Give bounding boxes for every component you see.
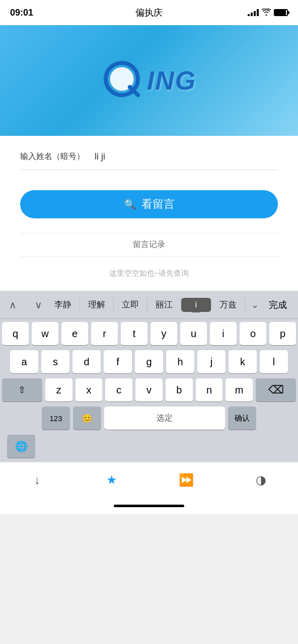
globe-key[interactable]: 🌐	[7, 435, 35, 458]
key-row-3: ⇧ z x c v b n m ⌫	[2, 378, 296, 401]
download-icon: ↓	[34, 473, 40, 487]
suggestion-1[interactable]: 理解	[80, 297, 114, 312]
logo-q-icon	[102, 58, 147, 103]
nav-down-icon[interactable]: ∨	[31, 297, 46, 313]
toolbar-mode-button[interactable]: ◑	[246, 469, 276, 491]
key-row-2: a s d f g h j k l	[2, 350, 296, 373]
key-c[interactable]: c	[105, 378, 132, 401]
name-input[interactable]	[95, 151, 278, 162]
keyboard-done-button[interactable]: 完成	[263, 297, 293, 313]
divider-top	[20, 233, 278, 233]
key-r[interactable]: r	[91, 322, 118, 345]
key-s[interactable]: s	[41, 350, 69, 373]
btn-area: 🔍 看留言	[0, 180, 298, 228]
suggestions-right: ⌄	[247, 297, 263, 312]
key-m[interactable]: m	[226, 378, 253, 401]
toolbar-forward-button[interactable]: ⏩	[171, 469, 201, 491]
logo: ING	[102, 58, 196, 103]
empty-records-text: 这里空空如也~请先查询	[20, 259, 278, 288]
status-bar: 09:01 偏执庆	[0, 0, 298, 25]
suggestion-highlighted[interactable]: i	[181, 298, 211, 312]
key-y[interactable]: y	[151, 322, 177, 345]
nav-up-icon[interactable]: ∧	[5, 297, 21, 313]
status-time: 09:01	[10, 8, 33, 18]
key-row-1: q w e r t y u i o p	[2, 322, 296, 345]
autocomplete-suggestions: 李静 理解 立即 丽江 i 万兹	[46, 297, 247, 312]
logo-text: ING	[147, 65, 196, 96]
autocomplete-bar: ∧ ∨ 李静 理解 立即 丽江 i 万兹 ⌄ 完成	[0, 291, 298, 319]
star-icon: ★	[106, 473, 117, 487]
search-button-label: 看留言	[141, 197, 175, 212]
name-input-row: 输入姓名（暗号）	[20, 151, 278, 170]
battery-icon	[274, 9, 288, 16]
form-area: 输入姓名（暗号）	[0, 136, 298, 180]
key-v[interactable]: v	[135, 378, 163, 401]
key-t[interactable]: t	[121, 322, 147, 345]
key-row-4: 123 😊 选定 确认	[2, 407, 296, 430]
key-b[interactable]: b	[166, 378, 193, 401]
search-icon: 🔍	[124, 198, 136, 210]
key-u[interactable]: u	[180, 322, 207, 345]
mode-icon: ◑	[256, 473, 266, 487]
key-f[interactable]: f	[104, 350, 132, 373]
keys-section: q w e r t y u i o p a s d f g h j k l ⇧ …	[0, 319, 298, 462]
suggestion-2[interactable]: 立即	[114, 297, 147, 312]
records-title: 留言记录	[20, 235, 278, 254]
key-q[interactable]: q	[2, 322, 29, 345]
key-o[interactable]: o	[240, 322, 266, 345]
backspace-key[interactable]: ⌫	[256, 378, 296, 401]
divider-bottom	[20, 256, 278, 257]
key-g[interactable]: g	[135, 350, 163, 373]
wifi-icon	[262, 9, 271, 17]
key-e[interactable]: e	[61, 322, 88, 345]
bottom-toolbar: ↓ ★ ⏩ ◑	[0, 462, 298, 497]
key-a[interactable]: a	[10, 350, 38, 373]
forward-icon: ⏩	[179, 473, 194, 487]
name-input-label: 输入姓名（暗号）	[20, 151, 85, 162]
emoji-key[interactable]: 😊	[73, 407, 101, 430]
space-key[interactable]: 选定	[104, 407, 225, 430]
key-x[interactable]: x	[76, 378, 103, 401]
key-j[interactable]: j	[197, 350, 226, 373]
app-title: 偏执庆	[135, 7, 163, 19]
banner: ING	[0, 25, 298, 136]
toolbar-favorite-button[interactable]: ★	[97, 469, 127, 491]
confirm-key[interactable]: 确认	[228, 407, 256, 430]
chevron-down-icon[interactable]: ⌄	[247, 297, 263, 312]
key-row-globe: 🌐	[2, 435, 296, 458]
key-l[interactable]: l	[260, 350, 288, 373]
key-d[interactable]: d	[72, 350, 101, 373]
status-icons	[248, 9, 288, 17]
records-area: 留言记录 这里空空如也~请先查询	[0, 228, 298, 291]
key-n[interactable]: n	[196, 378, 223, 401]
key-w[interactable]: w	[32, 322, 58, 345]
key-z[interactable]: z	[45, 378, 72, 401]
key-k[interactable]: k	[229, 350, 257, 373]
shift-key[interactable]: ⇧	[2, 378, 42, 401]
suggestion-0[interactable]: 李静	[46, 297, 80, 312]
keyboard-nav: ∧ ∨	[5, 297, 46, 313]
toolbar-download-button[interactable]: ↓	[22, 469, 52, 491]
suggestion-5[interactable]: 万兹	[211, 297, 245, 312]
home-indicator-bar	[114, 505, 184, 507]
signal-icon	[248, 9, 259, 16]
search-button[interactable]: 🔍 看留言	[20, 190, 278, 218]
home-indicator	[0, 497, 298, 514]
keyboard: ∧ ∨ 李静 理解 立即 丽江 i 万兹 ⌄ 完成 q w e r t y u …	[0, 291, 298, 462]
numbers-key[interactable]: 123	[42, 407, 70, 430]
key-h[interactable]: h	[166, 350, 194, 373]
key-i[interactable]: i	[210, 322, 237, 345]
suggestion-3[interactable]: 丽江	[147, 297, 181, 312]
app-content: ING 输入姓名（暗号） 🔍 看留言 留言记录 这里空空如也~请先查询	[0, 25, 298, 291]
key-p[interactable]: p	[269, 322, 296, 345]
